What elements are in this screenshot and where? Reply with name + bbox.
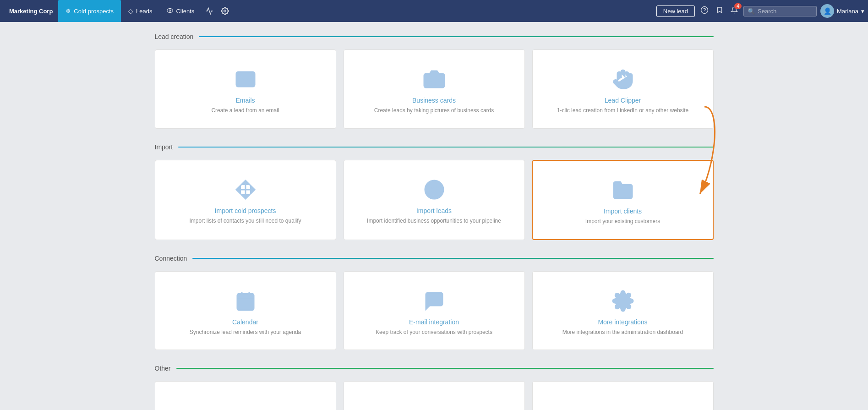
help-button[interactable] (699, 4, 710, 18)
user-dropdown-icon: ▾ (861, 8, 864, 15)
user-menu[interactable]: 👤 Mariana ▾ (820, 4, 864, 18)
import-clients-desc: Import your existing customers (585, 218, 660, 225)
chat-card-icon (423, 290, 445, 312)
lead-clipper-desc: 1-clic lead creation from LinkedIn or an… (557, 107, 688, 115)
section-import: Import Import co (155, 143, 714, 240)
section-import-line (178, 147, 713, 148)
section-lead-creation-title: Lead creation (155, 33, 194, 40)
card-import-cold-prospects[interactable]: Import cold prospects Import lists of co… (155, 160, 336, 240)
card-calendar[interactable]: Calendar Synchronize lead reminders with… (155, 271, 336, 350)
nav-tab-leads-label: Leads (136, 8, 152, 15)
section-other-title: Other (155, 365, 171, 372)
svg-point-1 (224, 10, 226, 12)
import-cold-prospects-title: Import cold prospects (215, 207, 276, 214)
nav-tab-leads[interactable]: ◇ Leads (121, 0, 159, 22)
hand-card-icon (612, 68, 634, 90)
section-connection-line (192, 258, 713, 259)
import-clients-title: Import clients (604, 208, 642, 215)
email-integration-title: E-mail integration (409, 318, 459, 326)
main-content: Lead creation Emails Create a lead from … (136, 22, 732, 410)
svg-point-13 (431, 187, 437, 192)
brand-logo: Marketing Corp (4, 0, 58, 22)
import-leads-desc: Import identified business opportunities… (367, 217, 501, 225)
card-import-clients[interactable]: Import clients Import your existing cust… (532, 160, 714, 240)
emails-card-desc: Create a lead from an email (211, 107, 279, 115)
chart-nav-icon[interactable] (202, 0, 217, 22)
new-lead-button[interactable]: New lead (656, 5, 695, 17)
settings-nav-icon[interactable] (217, 0, 233, 22)
connection-cards: Calendar Synchronize lead reminders with… (155, 271, 714, 350)
folder-card-icon (612, 179, 634, 201)
card-business-cards[interactable]: Business cards Create leads by taking pi… (344, 49, 525, 129)
gears-card-icon (612, 290, 634, 312)
card-lead-clipper[interactable]: Lead Clipper 1-clic lead creation from L… (532, 49, 714, 129)
calendar-desc: Synchronize lead reminders with your age… (190, 328, 301, 336)
other-cards (155, 381, 714, 410)
svg-point-0 (169, 10, 171, 11)
clients-icon (167, 7, 173, 15)
lead-clipper-title: Lead Clipper (605, 97, 641, 104)
import-leads-title: Import leads (416, 207, 452, 214)
more-integrations-title: More integrations (598, 318, 647, 326)
card-import-leads[interactable]: Import leads Import identified business … (344, 160, 525, 240)
crosshair-card-icon (423, 179, 445, 201)
section-lead-creation: Lead creation Emails Create a lead from … (155, 33, 714, 129)
snowflake-card-icon (235, 179, 257, 201)
camera-card-icon (423, 68, 445, 90)
business-cards-desc: Create leads by taking pictures of busin… (374, 107, 494, 115)
nav-tab-cold-prospects-label: Cold prospects (74, 8, 114, 15)
notification-badge: 4 (734, 3, 742, 9)
bookmark-button[interactable] (714, 4, 725, 18)
import-cards: Import cold prospects Import lists of co… (155, 160, 714, 240)
card-other-1[interactable] (155, 381, 336, 410)
card-emails[interactable]: Emails Create a lead from an email (155, 49, 336, 129)
section-import-title: Import (155, 143, 173, 151)
navbar: Marketing Corp ❄ Cold prospects ◇ Leads … (0, 0, 868, 22)
search-box[interactable]: 🔍 (743, 6, 817, 16)
nav-tab-clients[interactable]: Clients (159, 0, 202, 22)
leads-icon: ◇ (128, 7, 133, 15)
section-other-header: Other (155, 365, 714, 372)
lead-creation-cards: Emails Create a lead from an email Busin… (155, 49, 714, 129)
nav-tab-clients-label: Clients (176, 8, 194, 15)
search-icon: 🔍 (748, 8, 755, 15)
section-import-header: Import (155, 143, 714, 151)
search-input[interactable] (758, 8, 813, 15)
more-integrations-desc: More integrations in the administration … (562, 328, 683, 336)
card-more-integrations[interactable]: More integrations More integrations in t… (532, 271, 714, 350)
section-other-line (176, 368, 714, 369)
email-integration-desc: Keep track of your conversations with pr… (376, 328, 492, 336)
emails-card-title: Emails (235, 97, 255, 104)
svg-rect-14 (237, 294, 254, 310)
section-connection: Connection Calendar Synchronize (155, 255, 714, 350)
nav-tab-cold-prospects[interactable]: ❄ Cold prospects (58, 0, 121, 22)
card-email-integration[interactable]: E-mail integration Keep track of your co… (344, 271, 525, 350)
import-cold-prospects-desc: Import lists of contacts you still need … (189, 217, 301, 225)
section-other: Other (155, 365, 714, 410)
email-card-icon (235, 68, 257, 90)
notification-button[interactable]: 4 (729, 4, 740, 18)
business-cards-title: Business cards (412, 97, 456, 104)
avatar: 👤 (820, 4, 834, 18)
section-lead-creation-header: Lead creation (155, 33, 714, 40)
cold-prospects-icon: ❄ (66, 7, 71, 15)
navbar-right: New lead 4 🔍 👤 Mariana ▾ (656, 4, 864, 18)
username-label: Mariana (837, 8, 858, 15)
calendar-title: Calendar (232, 318, 258, 326)
section-lead-creation-line (199, 36, 713, 37)
calendar-card-icon (235, 290, 257, 312)
section-connection-header: Connection (155, 255, 714, 262)
card-other-2[interactable] (344, 381, 525, 410)
card-other-3[interactable] (532, 381, 714, 410)
section-connection-title: Connection (155, 255, 187, 262)
svg-point-4 (431, 77, 438, 84)
